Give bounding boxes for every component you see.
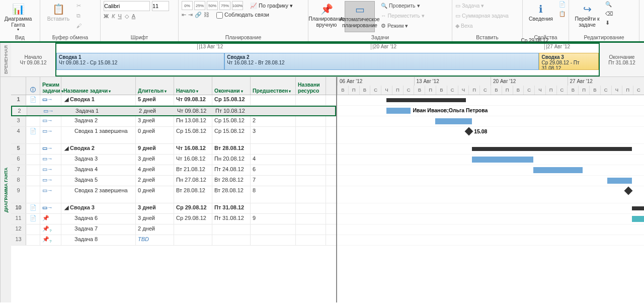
pct-0%[interactable]: 0%	[182, 1, 193, 10]
italic-button[interactable]: К	[112, 13, 115, 20]
tl-tick: |27 Авг '12	[544, 44, 570, 50]
unlink-button[interactable]: ⛓	[204, 12, 209, 18]
table-row[interactable]: 4📄▭→Сводка 1 завершена0 днейСр 15.08.12С…	[11, 127, 336, 144]
gantt-day: Ч	[458, 86, 469, 95]
insert-milestone-button[interactable]: ◆ Веха	[455, 21, 509, 30]
font-size-select[interactable]	[152, 1, 169, 11]
timeline-side-label: ВРЕМЕННАЯ	[0, 43, 11, 77]
gantt-task-bar[interactable]	[607, 178, 632, 184]
paste-button[interactable]: 📋 Вставить	[43, 1, 73, 32]
gantt-milestone[interactable]	[465, 127, 473, 136]
timeline-main[interactable]: |13 Авг '12|20 Авг '12|27 Авг '12 Сводка…	[55, 43, 600, 77]
table-row[interactable]: 11📄📌Задача 63 днейСр 29.08.12Пт 31.08.12…	[11, 214, 336, 224]
fill-color-button[interactable]: A	[132, 13, 135, 20]
col-duration[interactable]: Длительн▾	[136, 77, 174, 95]
gantt-day: Ч	[534, 86, 545, 95]
fill-icon[interactable]: ⬇	[605, 20, 613, 26]
gantt-day: С	[600, 86, 611, 95]
gantt-milestone[interactable]	[624, 187, 633, 195]
chart-icon: 📈	[250, 3, 257, 9]
table-row[interactable]: 10📄▭→◢ Сводка 33 днейСр 29.08.12Пт 31.08…	[11, 203, 336, 214]
details-icon[interactable]: 📋	[559, 11, 566, 17]
gantt-week: 27 Авг '12	[568, 77, 645, 86]
col-resources[interactable]: Названи ресурсо	[296, 77, 326, 95]
main-area: ДИАГРАММА ГАНТА ⓘ Режим задачи▾ Название…	[0, 77, 644, 302]
copy-icon: ⧉	[76, 13, 80, 19]
table-row[interactable]: 6▭→Задача 33 днейЧт 16.08.12Пн 20.08.124	[11, 155, 336, 165]
table-row[interactable]: 1📄▭→◢ Сводка 15 днейЧт 09.08.12Ср 15.08.…	[11, 95, 336, 106]
gantt-summary-bar[interactable]	[386, 98, 466, 102]
paste-icon: 📋	[50, 2, 66, 16]
table-row[interactable]: 13📌?Задача 8TBD	[11, 235, 336, 246]
task-icon: ▭	[455, 3, 460, 9]
cut-button[interactable]: ✂	[76, 1, 82, 10]
col-start[interactable]: Начало▾	[174, 77, 212, 95]
paste-label: Вставить	[47, 16, 70, 22]
underline-button[interactable]: Ч	[118, 13, 121, 20]
col-predecessors[interactable]: Предшествен▾	[251, 77, 296, 95]
gantt-summary-bar[interactable]	[632, 206, 644, 210]
indent-button[interactable]: ⇥	[188, 12, 193, 18]
link-button[interactable]: 🔗	[195, 12, 202, 18]
group-tasks-title: Задачи	[311, 34, 449, 41]
information-button[interactable]: ℹ Сведения	[526, 1, 556, 32]
timeline-today: Ср 29.08.12	[521, 38, 549, 43]
gantt-task-bar[interactable]	[386, 108, 411, 114]
find-icon[interactable]: 🔍	[605, 1, 613, 8]
bold-button[interactable]: Ж	[104, 13, 109, 20]
col-rownum[interactable]	[11, 77, 26, 95]
goto-task-button[interactable]: ↪ Перейти к задаче	[572, 1, 602, 32]
format-painter-button[interactable]: 🖌	[76, 21, 82, 30]
pct-75%[interactable]: 75%	[219, 1, 230, 10]
outdent-button[interactable]: ⇤	[182, 12, 186, 18]
inspect-button[interactable]: 🔍 Проверить ▾	[381, 1, 425, 10]
by-chart-button[interactable]: 📈 По графику ▾	[250, 3, 293, 9]
table-row[interactable]: 3▭→Задача 23 днейПн 13.08.12Ср 15.08.122	[11, 116, 336, 127]
col-indicator[interactable]: ⓘ	[26, 77, 40, 95]
table-row[interactable]: 8▭→Задача 52 днейПн 27.08.12Вт 28.08.127	[11, 176, 336, 186]
timeline-bar[interactable]: Сводка 3Ср 29.08.12 - Пт 31.08.12	[539, 53, 599, 70]
auto-label: Автоматическое планирование	[340, 17, 379, 28]
clear-icon[interactable]: ⌫	[605, 11, 613, 17]
gantt-chart[interactable]: 06 Авг '1213 Авг '1220 Авг '1227 Авг '12…	[337, 77, 644, 302]
info-icon: ℹ	[533, 2, 549, 16]
move-button[interactable]: ↔ Переместить ▾	[381, 11, 425, 20]
notes-icon[interactable]: 📄	[559, 1, 566, 8]
gantt-task-bar[interactable]	[533, 167, 583, 173]
gantt-chart-button[interactable]: 📊 Диаграмма Ганта ▾	[3, 1, 33, 32]
timeline-bar[interactable]: Сводка 1Чт 09.08.12 - Ср 15.08.12	[56, 53, 224, 70]
auto-schedule-button[interactable]: ▭ Автоматическое планирование	[345, 1, 375, 32]
gantt-summary-bar[interactable]	[472, 147, 631, 151]
font-name-select[interactable]	[104, 1, 150, 11]
pct-100%[interactable]: 100%	[232, 1, 243, 10]
gantt-day: П	[392, 86, 403, 95]
table-row[interactable]: 12📌?Задача 72 дней	[11, 224, 336, 235]
gantt-day: Ч	[611, 86, 622, 95]
gantt-day: В	[491, 86, 502, 95]
table-row[interactable]: 2▭→Задача 12 днейЧт 09.08.12Пт 10.08.12	[11, 106, 336, 116]
group-view-title: Вид	[3, 34, 37, 41]
col-name[interactable]: Название задачи▾	[61, 77, 136, 95]
insert-task-button[interactable]: ▭ Задача ▾	[455, 1, 509, 10]
timeline-end: Окончание Пт 31.08.12	[600, 43, 644, 77]
manual-schedule-button[interactable]: 📌 Планирование вручную	[311, 1, 342, 32]
gantt-task-bar[interactable]	[435, 118, 472, 124]
table-row[interactable]: 7▭→Задача 44 днейВт 21.08.12Пт 24.08.126	[11, 165, 336, 176]
table-row[interactable]: 9▭→Сводка 2 завершена0 днейВт 28.08.12Вт…	[11, 186, 336, 203]
pct-50%[interactable]: 50%	[207, 1, 218, 10]
insert-summary-button[interactable]: ▭ Суммарная задача	[455, 11, 509, 20]
timeline-bar[interactable]: Сводка 2Чт 16.08.12 - Вт 28.08.12	[224, 53, 539, 70]
pct-25%[interactable]: 25%	[194, 1, 205, 10]
col-mode[interactable]: Режим задачи▾	[40, 77, 61, 95]
gantt-week: 13 Авг '12	[414, 77, 491, 86]
mode-button[interactable]: ⚙ Режим ▾	[381, 21, 425, 30]
gantt-task-bar[interactable]	[632, 216, 644, 222]
gantt-task-bar[interactable]	[472, 157, 533, 163]
pin-icon: 📌	[318, 2, 335, 16]
gantt-row	[337, 203, 644, 214]
col-finish[interactable]: Окончани▾	[212, 77, 251, 95]
respect-links-checkbox[interactable]: Соблюдать связи	[216, 12, 269, 19]
table-row[interactable]: 5▭→◢ Сводка 29 днейЧт 16.08.12Вт 28.08.1…	[11, 144, 336, 155]
copy-button[interactable]: ⧉	[76, 11, 82, 20]
font-color-button[interactable]: ◇	[125, 13, 129, 20]
